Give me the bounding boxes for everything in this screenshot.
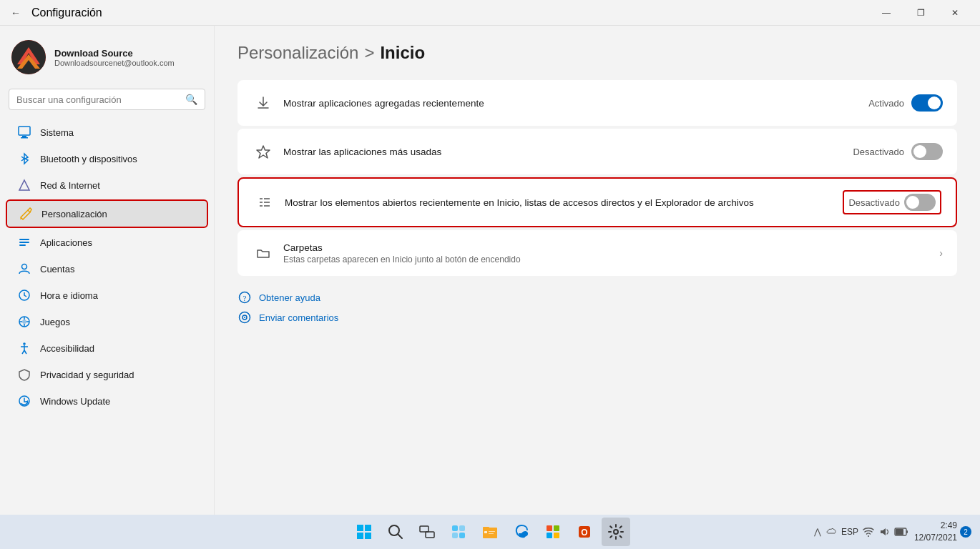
red-icon bbox=[17, 178, 31, 192]
svg-rect-11 bbox=[19, 244, 26, 246]
title-bar: ← Configuración — ❐ ✕ bbox=[0, 0, 980, 26]
taskbar-right: ⋀ ESP 2:49 12/07/2021 2 bbox=[814, 520, 971, 544]
settings-row-text-mostrar-usadas: Mostrar las aplicaciones más usadas bbox=[275, 147, 853, 157]
juegos-icon bbox=[17, 315, 31, 329]
taskbar-taskview-button[interactable] bbox=[413, 518, 441, 546]
taskbar-time-display[interactable]: 2:49 12/07/2021 bbox=[914, 520, 957, 544]
nav-list: Sistema Bluetooth y dispositivos Red & I… bbox=[0, 119, 214, 509]
sidebar-item-label-hora: Hora e idioma bbox=[40, 290, 98, 301]
svg-rect-66 bbox=[906, 530, 908, 533]
sidebar-item-label-juegos: Juegos bbox=[40, 317, 70, 327]
settings-row-mostrar-abiertos: Mostrar los elementos abiertos recientem… bbox=[239, 179, 956, 226]
settings-title-mostrar-abiertos: Mostrar los elementos abiertos recientem… bbox=[285, 197, 834, 208]
sidebar-item-label-privacidad: Privacidad y seguridad bbox=[40, 370, 134, 380]
taskbar-settings-button[interactable] bbox=[602, 518, 630, 546]
sidebar-item-personalizacion[interactable]: Personalización bbox=[6, 199, 208, 228]
privacidad-icon bbox=[17, 367, 31, 382]
svg-rect-9 bbox=[19, 239, 29, 240]
sidebar-item-label-bluetooth: Bluetooth y dispositivos bbox=[40, 154, 137, 164]
taskbar-notification-badge[interactable]: 2 bbox=[960, 526, 971, 538]
svg-rect-45 bbox=[420, 526, 428, 532]
svg-point-15 bbox=[22, 320, 26, 324]
settings-title-carpetas: Carpetas bbox=[283, 242, 931, 253]
star-icon bbox=[252, 144, 275, 159]
toggle-mostrar-agregadas[interactable] bbox=[911, 94, 943, 112]
toggle-knob-usadas bbox=[913, 145, 926, 158]
minimize-button[interactable]: — bbox=[870, 1, 903, 24]
toggle-knob-abiertos bbox=[906, 196, 919, 209]
taskbar-office-button[interactable]: O bbox=[570, 518, 599, 546]
settings-control-mostrar-abiertos: Desactivado bbox=[843, 190, 941, 214]
svg-marker-8 bbox=[19, 180, 29, 190]
sidebar-item-label-aplicaciones: Aplicaciones bbox=[40, 237, 92, 248]
status-mostrar-abiertos: Desactivado bbox=[848, 197, 900, 208]
toggle-mostrar-abiertos[interactable] bbox=[904, 194, 936, 211]
sidebar-item-juegos[interactable]: Juegos bbox=[6, 309, 208, 335]
user-email: Downloadsourcenet@outlook.com bbox=[54, 59, 175, 67]
taskbar-overflow-icon[interactable]: ⋀ bbox=[814, 527, 821, 537]
title-bar-controls: — ❐ ✕ bbox=[870, 1, 971, 24]
settings-title-mostrar-usadas: Mostrar las aplicaciones más usadas bbox=[283, 147, 844, 157]
main-content: Personalización > Inicio Mostrar aplicac… bbox=[215, 26, 980, 515]
sidebar-item-label-windowsupdate: Windows Update bbox=[40, 396, 110, 407]
app-body: Download Source Downloadsourcenet@outloo… bbox=[0, 26, 980, 515]
settings-title-mostrar-agregadas: Mostrar aplicaciones agregadas recientem… bbox=[283, 98, 860, 109]
sidebar-item-label-red: Red & Internet bbox=[40, 180, 100, 191]
close-button[interactable]: ✕ bbox=[939, 1, 971, 24]
maximize-button[interactable]: ❐ bbox=[904, 1, 937, 24]
sidebar-item-label-sistema: Sistema bbox=[40, 127, 74, 138]
obtener-ayuda-label: Obtener ayuda bbox=[259, 292, 320, 303]
search-input[interactable] bbox=[16, 94, 180, 105]
toggle-mostrar-usadas[interactable] bbox=[911, 143, 943, 160]
svg-point-20 bbox=[23, 342, 26, 345]
taskbar-edge-button[interactable] bbox=[507, 518, 536, 546]
user-name: Download Source bbox=[54, 48, 175, 59]
back-button[interactable]: ← bbox=[6, 3, 26, 23]
volume-icon bbox=[878, 526, 890, 538]
sidebar-item-windowsupdate[interactable]: Windows Update bbox=[6, 388, 208, 414]
feedback-icon bbox=[237, 310, 252, 325]
sidebar-item-red[interactable]: Red & Internet bbox=[6, 172, 208, 198]
sidebar-item-label-cuentas: Cuentas bbox=[40, 264, 74, 274]
obtener-ayuda-link[interactable]: ? Obtener ayuda bbox=[237, 290, 320, 305]
sidebar-item-hora[interactable]: Hora e idioma bbox=[6, 282, 208, 308]
settings-subtitle-carpetas: Estas carpetas aparecen en Inicio junto … bbox=[283, 254, 931, 264]
svg-marker-27 bbox=[257, 146, 270, 158]
svg-rect-10 bbox=[19, 242, 29, 243]
svg-point-63 bbox=[868, 535, 869, 537]
enviar-comentarios-link[interactable]: Enviar comentarios bbox=[237, 310, 338, 325]
sidebar-item-sistema[interactable]: Sistema bbox=[6, 119, 208, 145]
sidebar-item-aplicaciones[interactable]: Aplicaciones bbox=[6, 229, 208, 255]
settings-row-text-mostrar-abiertos: Mostrar los elementos abiertos recientem… bbox=[276, 197, 843, 208]
sidebar-item-privacidad[interactable]: Privacidad y seguridad bbox=[6, 362, 208, 387]
help-icon: ? bbox=[237, 290, 252, 305]
settings-control-mostrar-agregadas: Activado bbox=[868, 94, 943, 112]
folder-icon bbox=[252, 246, 275, 260]
sistema-icon bbox=[17, 125, 31, 139]
sidebar-item-bluetooth[interactable]: Bluetooth y dispositivos bbox=[6, 146, 208, 172]
title-bar-title: Configuración bbox=[31, 6, 102, 19]
taskbar-widgets-button[interactable] bbox=[444, 518, 473, 546]
svg-rect-49 bbox=[452, 533, 458, 538]
settings-row-text-carpetas: Carpetas Estas carpetas aparecen en Inic… bbox=[275, 242, 939, 264]
search-box[interactable]: 🔍 bbox=[9, 89, 205, 110]
taskbar-windows-button[interactable] bbox=[350, 518, 378, 546]
user-info: Download Source Downloadsourcenet@outloo… bbox=[54, 48, 175, 67]
accesibilidad-icon bbox=[17, 341, 31, 355]
status-mostrar-agregadas: Activado bbox=[868, 98, 904, 109]
taskbar-store-button[interactable] bbox=[539, 518, 567, 546]
settings-row-carpetas[interactable]: Carpetas Estas carpetas aparecen en Inic… bbox=[237, 230, 957, 276]
svg-rect-4 bbox=[22, 136, 26, 137]
taskbar-language[interactable]: ESP bbox=[841, 527, 858, 537]
title-bar-left: ← Configuración bbox=[6, 3, 102, 23]
hora-icon bbox=[17, 288, 31, 302]
avatar bbox=[11, 40, 46, 74]
sidebar-item-cuentas[interactable]: Cuentas bbox=[6, 256, 208, 282]
search-icon: 🔍 bbox=[185, 94, 197, 105]
settings-row-text-mostrar-agregadas: Mostrar aplicaciones agregadas recientem… bbox=[275, 98, 868, 109]
sidebar-item-accesibilidad[interactable]: Accesibilidad bbox=[6, 335, 208, 361]
taskbar-explorer-button[interactable] bbox=[476, 518, 504, 546]
taskbar-time: 2:49 bbox=[914, 520, 957, 532]
breadcrumb: Personalización > Inicio bbox=[237, 43, 957, 63]
taskbar-search-button[interactable] bbox=[381, 518, 410, 546]
